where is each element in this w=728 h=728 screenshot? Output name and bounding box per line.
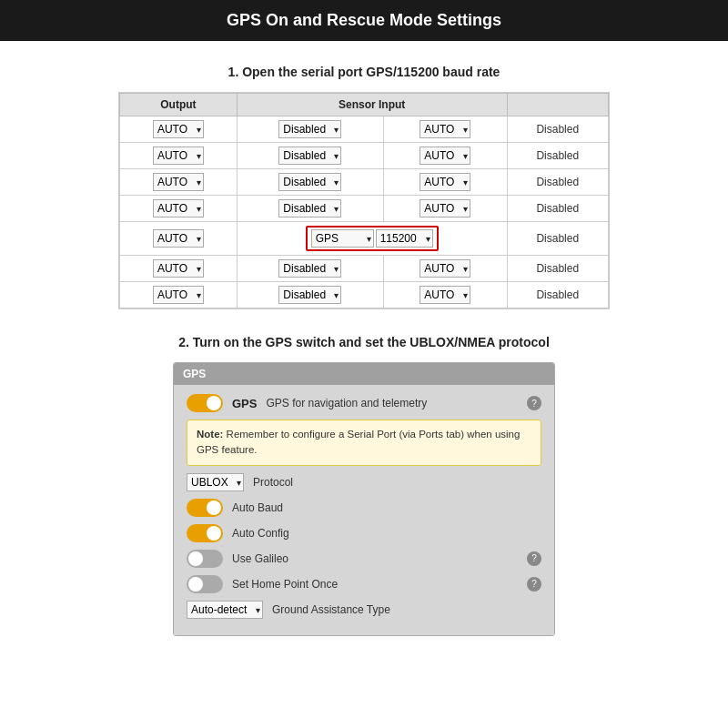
step2-heading: 2. Turn on the GPS switch and set the UB…: [36, 335, 692, 349]
gps-toggle-row: Set Home Point Once?: [187, 575, 541, 593]
protocol-select[interactable]: UBLOX NMEA: [187, 473, 244, 491]
sensor-select-wrapper[interactable]: GPSDisabled: [311, 229, 374, 248]
baud-select-wrapper[interactable]: AUTO: [420, 286, 470, 304]
baud-cell: AUTO: [383, 116, 507, 143]
toggle-3[interactable]: [187, 575, 223, 593]
table-row: AUTO GPSDisabled 115200AUTO Disabled: [120, 222, 609, 256]
extra-cell: Disabled: [507, 169, 608, 196]
note-text: Remember to configure a Serial Port (via…: [197, 429, 520, 455]
table-row: AUTODisabledAUTODisabled: [120, 282, 609, 308]
table-row: AUTODisabledAUTODisabled: [120, 116, 609, 143]
ground-select-wrapper[interactable]: Auto-detect None GPS Galileo BeiDou: [187, 601, 263, 619]
help-icon[interactable]: ?: [527, 551, 541, 566]
serial-port-table: Output Sensor Input AUTODisabledAUTODisa…: [118, 92, 610, 309]
ground-select[interactable]: Auto-detect None GPS Galileo BeiDou: [187, 601, 263, 619]
help-icon[interactable]: ?: [527, 577, 541, 592]
baud-select[interactable]: AUTO: [420, 199, 470, 217]
note-bold: Note:: [197, 429, 223, 440]
toggle-0[interactable]: [187, 499, 223, 517]
protocol-row: UBLOX NMEA Protocol: [187, 473, 541, 491]
output-select[interactable]: AUTO: [153, 173, 204, 191]
baud-select[interactable]: AUTO: [420, 286, 470, 304]
toggle-label: Set Home Point Once: [232, 578, 338, 591]
step1-heading: 1. Open the serial port GPS/115200 baud …: [36, 65, 692, 79]
baud-select-wrapper[interactable]: AUTO: [420, 199, 470, 217]
output-select[interactable]: AUTO: [153, 259, 204, 278]
protocol-select-wrapper[interactable]: UBLOX NMEA: [187, 473, 244, 491]
toggle-knob-1: [207, 526, 221, 541]
sensor-select[interactable]: Disabled: [278, 147, 341, 165]
sensor-highlight-group: GPSDisabled 115200AUTO: [306, 226, 439, 251]
gps-panel-header: GPS: [174, 363, 554, 385]
gps-toggle[interactable]: [187, 394, 223, 412]
baud-select-wrapper[interactable]: AUTO: [420, 259, 470, 278]
baud-cell: AUTO: [383, 143, 507, 169]
sensor-cell: Disabled: [237, 196, 383, 222]
sensor-select-wrapper[interactable]: Disabled: [278, 286, 341, 304]
sensor-cell: Disabled: [237, 143, 383, 169]
toggle-label: Use Galileo: [232, 552, 288, 565]
baud-select-wrapper[interactable]: AUTO: [420, 173, 470, 191]
gps-help-icon[interactable]: ?: [527, 396, 541, 410]
sensor-select-wrapper[interactable]: Disabled: [278, 199, 341, 217]
output-select[interactable]: AUTO: [153, 199, 204, 217]
output-select-wrapper[interactable]: AUTO: [153, 286, 204, 304]
output-select[interactable]: AUTO: [153, 229, 204, 248]
table-row: AUTODisabledAUTODisabled: [120, 143, 609, 169]
output-select[interactable]: AUTO: [153, 120, 204, 138]
output-select-wrapper[interactable]: AUTO: [153, 173, 204, 191]
output-cell: AUTO: [120, 196, 238, 222]
baud-select[interactable]: 115200AUTO: [376, 229, 433, 248]
table-row: AUTODisabledAUTODisabled: [120, 169, 609, 196]
extra-cell: Disabled: [507, 256, 608, 282]
output-select[interactable]: AUTO: [153, 147, 204, 165]
sensor-select[interactable]: Disabled: [278, 120, 341, 138]
output-select-wrapper[interactable]: AUTO: [153, 120, 204, 138]
extra-cell: Disabled: [507, 143, 608, 169]
baud-select[interactable]: AUTO: [420, 120, 470, 138]
baud-cell: AUTO: [383, 196, 507, 222]
baud-select-wrapper[interactable]: AUTO: [420, 147, 470, 165]
sensor-select[interactable]: GPSDisabled: [311, 229, 374, 248]
sensor-select-wrapper[interactable]: Disabled: [278, 259, 341, 278]
output-select-wrapper[interactable]: AUTO: [153, 259, 204, 278]
output-select-wrapper[interactable]: AUTO: [153, 199, 204, 217]
baud-select[interactable]: AUTO: [420, 147, 470, 165]
toggle-2[interactable]: [187, 550, 223, 568]
gps-label: GPS: [232, 397, 257, 410]
sensor-select-wrapper[interactable]: Disabled: [278, 173, 341, 191]
sensor-select[interactable]: Disabled: [278, 259, 341, 278]
toggle-knob-3: [188, 577, 203, 592]
table-row: AUTODisabledAUTODisabled: [120, 196, 609, 222]
extra-cell: Disabled: [507, 196, 608, 222]
protocol-label: Protocol: [253, 476, 293, 489]
toggle-label: Auto Baud: [232, 501, 283, 514]
baud-cell: AUTO: [383, 282, 507, 308]
page-title: GPS On and Rescue Mode Settings: [0, 0, 728, 41]
sensor-select[interactable]: Disabled: [278, 199, 341, 217]
baud-select[interactable]: AUTO: [420, 259, 470, 278]
toggle-1[interactable]: [187, 524, 223, 542]
output-cell: AUTO: [120, 143, 238, 169]
baud-select-wrapper[interactable]: 115200AUTO: [376, 229, 433, 248]
header-title: GPS On and Rescue Mode Settings: [227, 11, 501, 29]
output-cell: AUTO: [120, 256, 238, 282]
baud-select-wrapper[interactable]: AUTO: [420, 120, 470, 138]
sensor-select-wrapper[interactable]: Disabled: [278, 120, 341, 138]
baud-select[interactable]: AUTO: [420, 173, 470, 191]
output-cell: AUTO: [120, 169, 238, 196]
sensor-select[interactable]: Disabled: [278, 286, 341, 304]
table-row: AUTODisabledAUTODisabled: [120, 256, 609, 282]
output-select-wrapper[interactable]: AUTO: [153, 147, 204, 165]
output-cell: AUTO: [120, 116, 238, 143]
col-extra-header: [507, 94, 608, 116]
sensor-select[interactable]: Disabled: [278, 173, 341, 191]
sensor-cell: Disabled: [237, 116, 383, 143]
gps-sublabel: GPS for navigation and telemetry: [266, 397, 427, 410]
gps-toggle-row: Auto Config: [187, 524, 541, 542]
output-select[interactable]: AUTO: [153, 286, 204, 304]
gps-panel-wrapper: GPS GPS GPS for navigation and telemetry…: [173, 362, 555, 636]
sensor-select-wrapper[interactable]: Disabled: [278, 147, 341, 165]
toggle-label: Auto Config: [232, 527, 289, 540]
output-select-wrapper[interactable]: AUTO: [153, 229, 204, 248]
